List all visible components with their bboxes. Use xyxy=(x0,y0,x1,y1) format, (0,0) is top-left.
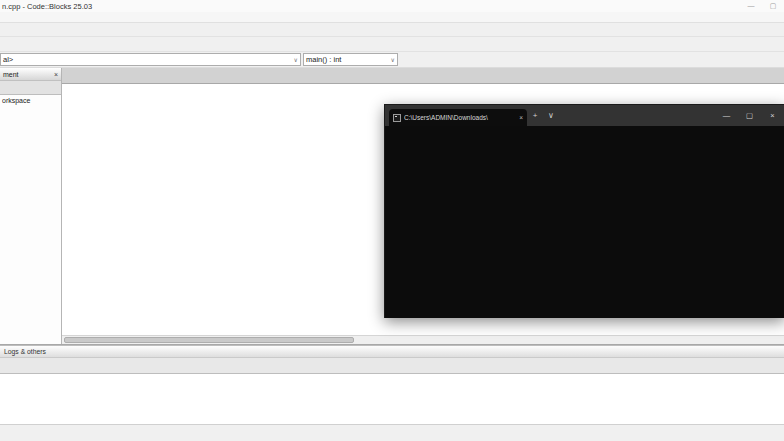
cmd-icon xyxy=(393,114,401,122)
workspace-tree[interactable]: orkspace xyxy=(0,95,61,344)
logs-content xyxy=(0,374,784,424)
terminal-tab[interactable]: C:\Users\ADMIN\Downloads\ × xyxy=(389,109,527,126)
terminal-window: C:\Users\ADMIN\Downloads\ × + ∨ — ▢ × xyxy=(384,104,784,318)
chevron-down-icon: ∨ xyxy=(294,56,298,63)
terminal-tab-title: C:\Users\ADMIN\Downloads\ xyxy=(404,114,516,121)
close-icon[interactable]: × xyxy=(519,114,523,121)
close-icon[interactable]: × xyxy=(54,71,58,78)
title-bar: n.cpp - Code::Blocks 25.03 — ▢ xyxy=(0,0,784,12)
code-completion-bar: al> ∨ main() : int ∨ xyxy=(0,52,784,68)
editor-tab-bar xyxy=(62,68,784,84)
window-title: n.cpp - Code::Blocks 25.03 xyxy=(2,2,92,11)
scope-combobox[interactable]: al> ∨ xyxy=(0,53,301,66)
secondary-toolbar xyxy=(0,37,784,52)
scrollbar-thumb[interactable] xyxy=(64,337,354,343)
management-tabs xyxy=(0,81,61,95)
logs-tab-bar xyxy=(0,358,784,374)
logs-caption: Logs & others xyxy=(0,346,784,358)
scope-value: al> xyxy=(3,55,13,64)
minimize-button[interactable]: — xyxy=(740,2,762,10)
new-tab-button[interactable]: + xyxy=(527,111,543,120)
terminal-title-bar: C:\Users\ADMIN\Downloads\ × + ∨ — ▢ × xyxy=(385,105,784,126)
main-area: ment × orkspace C:\Users\ADMIN\Downloads… xyxy=(0,68,784,345)
function-combobox[interactable]: main() : int ∨ xyxy=(303,53,398,66)
workspace-root-item[interactable]: orkspace xyxy=(2,97,30,104)
management-caption: ment × xyxy=(0,68,61,81)
status-bar xyxy=(0,424,784,440)
management-title: ment xyxy=(3,71,19,78)
management-panel: ment × orkspace xyxy=(0,68,62,344)
terminal-output[interactable] xyxy=(385,126,784,318)
terminal-close-button[interactable]: × xyxy=(761,111,784,120)
terminal-minimize-button[interactable]: — xyxy=(715,111,738,120)
function-value: main() : int xyxy=(306,55,341,64)
terminal-maximize-button[interactable]: ▢ xyxy=(738,111,761,120)
chevron-down-icon: ∨ xyxy=(391,56,395,63)
editor-horizontal-scrollbar[interactable] xyxy=(62,335,784,344)
tab-dropdown-button[interactable]: ∨ xyxy=(543,111,559,120)
menu-bar xyxy=(0,12,784,23)
main-toolbar xyxy=(0,23,784,37)
codeblocks-window: n.cpp - Code::Blocks 25.03 — ▢ al> ∨ mai… xyxy=(0,0,784,441)
logs-panel: Logs & others xyxy=(0,345,784,424)
maximize-button[interactable]: ▢ xyxy=(762,2,784,10)
